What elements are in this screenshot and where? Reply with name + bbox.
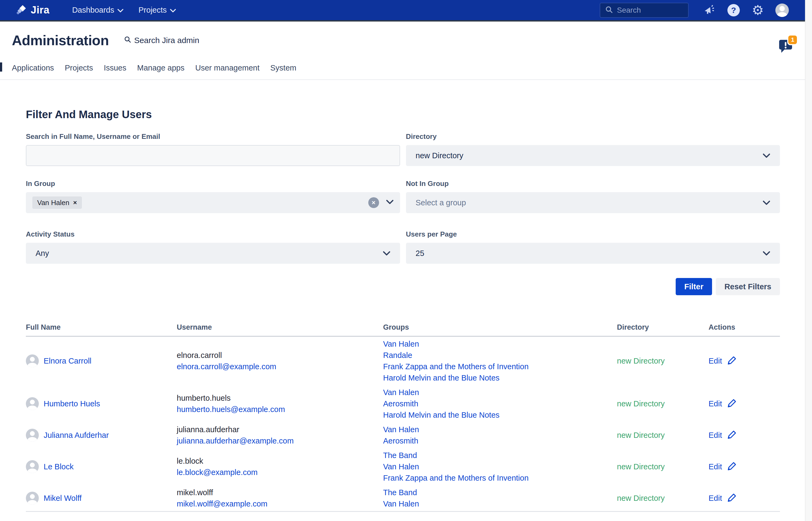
- chevron-down-icon: [383, 249, 390, 258]
- chevron-down-icon: [763, 249, 770, 258]
- table-row: Elnora Carroll elnora.carroll elnora.car…: [26, 337, 780, 385]
- settings-button[interactable]: ⚙: [746, 3, 770, 17]
- group-link[interactable]: Randale: [383, 349, 617, 361]
- col-header-directory: Directory: [617, 323, 708, 332]
- user-search-input[interactable]: [26, 145, 400, 166]
- group-link[interactable]: Van Halen: [383, 461, 617, 472]
- group-link[interactable]: Aerosmith: [383, 398, 617, 409]
- users-per-page-label: Users per Page: [406, 230, 780, 239]
- email-link[interactable]: le.block@example.com: [177, 468, 258, 477]
- email-link[interactable]: mikel.wolff@example.com: [177, 499, 268, 508]
- activity-status-select[interactable]: Any: [26, 243, 400, 264]
- edit-link[interactable]: Edit: [708, 357, 722, 365]
- group-link[interactable]: Van Halen: [383, 387, 617, 398]
- in-group-label: In Group: [26, 180, 400, 188]
- avatar: [26, 397, 39, 410]
- email-link[interactable]: elnora.carroll@example.com: [177, 362, 276, 371]
- directory-label: Directory: [406, 132, 780, 141]
- edit-link[interactable]: Edit: [708, 494, 722, 503]
- help-button[interactable]: ?: [722, 4, 746, 17]
- filter-actions: Filter Reset Filters: [26, 278, 780, 295]
- col-header-groups: Groups: [383, 323, 617, 332]
- user-name-link[interactable]: Julianna Aufderhar: [44, 431, 109, 440]
- remove-tag-icon[interactable]: ×: [73, 199, 77, 206]
- chevron-down-icon: [117, 6, 123, 15]
- directory-value: new Directory: [617, 494, 708, 503]
- user-name-link[interactable]: Elnora Carroll: [44, 357, 91, 365]
- clear-selection-icon[interactable]: ×: [368, 197, 379, 208]
- notifications-button[interactable]: 1: [778, 40, 793, 54]
- profile-button[interactable]: [770, 3, 794, 17]
- pencil-icon[interactable]: [727, 492, 738, 504]
- chevron-down-icon: [763, 198, 770, 207]
- group-link[interactable]: The Band: [383, 450, 617, 461]
- group-tag[interactable]: Van Halen×: [32, 197, 82, 209]
- reset-filters-button[interactable]: Reset Filters: [716, 278, 780, 295]
- tab-projects[interactable]: Projects: [65, 64, 93, 72]
- group-link[interactable]: Harold Melvin and the Blue Notes: [383, 409, 617, 421]
- pencil-icon[interactable]: [727, 398, 738, 410]
- notification-badge: 1: [788, 36, 797, 44]
- groups-list: Van HalenRandaleFrank Zappa and the Moth…: [383, 338, 617, 384]
- email-link[interactable]: humberto.huels@example.com: [177, 405, 285, 414]
- user-name-link[interactable]: Le Block: [44, 462, 73, 471]
- pencil-icon[interactable]: [727, 460, 738, 473]
- nav-search-box[interactable]: [600, 3, 689, 18]
- page: Jira Dashboards Projects: [0, 0, 805, 521]
- in-group-select[interactable]: Van Halen× ×: [26, 192, 400, 213]
- tab-system[interactable]: System: [270, 64, 296, 72]
- jira-logo[interactable]: Jira: [15, 4, 49, 17]
- username-text: le.block: [177, 455, 383, 467]
- group-link[interactable]: The Band: [383, 487, 617, 498]
- search-icon: [605, 6, 613, 15]
- users-table: Full Name Username Groups Directory Acti…: [26, 323, 780, 512]
- gear-icon: ⚙: [752, 3, 764, 17]
- tab-applications[interactable]: Applications: [12, 64, 54, 72]
- group-link[interactable]: Van Halen: [383, 338, 617, 349]
- edit-link[interactable]: Edit: [708, 431, 722, 440]
- group-link[interactable]: Aerosmith: [383, 435, 617, 447]
- avatar: [26, 429, 39, 441]
- user-name-link[interactable]: Humberto Huels: [44, 399, 100, 408]
- left-edge-nub: [0, 63, 2, 72]
- edit-link[interactable]: Edit: [708, 399, 722, 408]
- table-row: Humberto Huels humberto.huels humberto.h…: [26, 385, 780, 422]
- section-heading: Filter And Manage Users: [26, 109, 780, 120]
- nav-search-input[interactable]: [617, 6, 679, 15]
- group-link[interactable]: Frank Zappa and the Mothers of Invention: [383, 361, 617, 372]
- group-tag-label: Van Halen: [37, 199, 69, 207]
- not-in-group-select[interactable]: Select a group: [406, 192, 780, 213]
- user-name-link[interactable]: Mikel Wolff: [44, 494, 82, 503]
- admin-search[interactable]: Search Jira admin: [124, 36, 199, 45]
- nav-right-cluster: ? ⚙: [600, 3, 805, 18]
- pencil-icon[interactable]: [727, 429, 738, 441]
- username-text: humberto.huels: [177, 392, 383, 404]
- group-link[interactable]: Van Halen: [383, 498, 617, 509]
- chevron-down-icon: [763, 151, 770, 160]
- email-link[interactable]: julianna.aufderhar@example.com: [177, 436, 294, 445]
- nav-item-dashboards[interactable]: Dashboards: [72, 6, 123, 15]
- help-icon: ?: [727, 4, 740, 17]
- scrollbar-gutter[interactable]: [805, 0, 812, 521]
- group-link[interactable]: Harold Melvin and the Blue Notes: [383, 372, 617, 384]
- jira-logo-icon: [15, 4, 27, 17]
- group-link[interactable]: Frank Zappa and the Mothers of Invention: [383, 472, 617, 483]
- group-link[interactable]: Van Halen: [383, 424, 617, 435]
- announcements-button[interactable]: [697, 3, 722, 17]
- filter-button[interactable]: Filter: [676, 278, 712, 295]
- users-per-page-select[interactable]: 25: [406, 243, 780, 264]
- edit-link[interactable]: Edit: [708, 462, 722, 471]
- username-text: mikel.wolff: [177, 487, 383, 498]
- directory-select[interactable]: new Directory: [406, 145, 780, 166]
- activity-status-label: Activity Status: [26, 230, 400, 239]
- speech-bubble-icon: [778, 50, 793, 54]
- tab-issues[interactable]: Issues: [104, 64, 126, 72]
- avatar: [26, 492, 39, 504]
- not-in-group-label: Not In Group: [406, 180, 780, 188]
- tab-manage-apps[interactable]: Manage apps: [137, 64, 185, 72]
- nav-item-projects[interactable]: Projects: [138, 6, 176, 15]
- col-header-full-name: Full Name: [26, 323, 177, 332]
- filter-form: Search in Full Name, Username or Email D…: [26, 132, 780, 264]
- pencil-icon[interactable]: [727, 355, 738, 367]
- tab-user-management[interactable]: User management: [195, 64, 260, 72]
